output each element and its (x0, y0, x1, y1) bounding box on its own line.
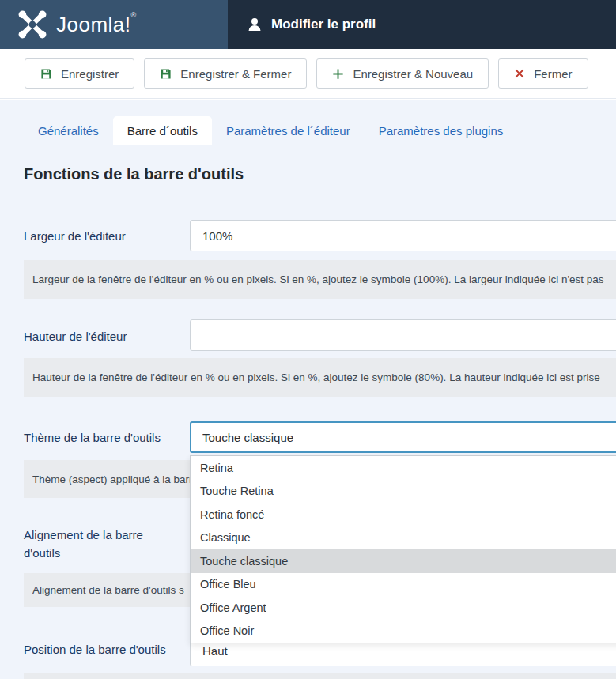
save-close-button[interactable]: Enregistrer & Fermer (144, 58, 307, 89)
dropdown-option-retina[interactable]: Retina (191, 456, 616, 480)
section-heading: Fonctions de la barre d'outils (24, 165, 244, 183)
profile-tabs: Généralités Barre d´outils Paramètres de… (24, 116, 616, 145)
editor-width-input[interactable] (190, 220, 616, 251)
save-new-button-label: Enregistrer & Nouveau (353, 67, 473, 81)
dropdown-option-classique[interactable]: Classique (191, 526, 616, 550)
toolbar-alignment-label: Alignement de la barre d'outils (24, 526, 174, 562)
save-icon (40, 68, 52, 80)
tab-parametres-editeur[interactable]: Paramètres de l´éditeur (212, 116, 365, 145)
dropdown-option-retina-fonce[interactable]: Retina foncé (191, 503, 616, 526)
toolbar-position-help (24, 673, 616, 679)
toolbar-theme-select[interactable]: Touche classique (190, 421, 616, 453)
joomla-wordmark: Joomla!® (56, 13, 137, 37)
close-button-label: Fermer (534, 67, 572, 81)
toolbar-theme-label: Thème de la barre d'outils (24, 431, 161, 444)
save-new-button[interactable]: Enregistrer & Nouveau (316, 58, 489, 89)
dropdown-option-touche-retina[interactable]: Touche Retina (191, 480, 616, 504)
dropdown-option-office-bleu[interactable]: Office Bleu (191, 573, 616, 597)
dropdown-option-touche-classique[interactable]: Touche classique (191, 549, 616, 573)
close-button[interactable]: Fermer (498, 58, 588, 89)
page-title: Modifier le profil (271, 17, 376, 32)
dropdown-option-office-argent[interactable]: Office Argent (191, 596, 616, 620)
action-toolbar: Enregistrer Enregistrer & Fermer Enregis… (0, 49, 616, 99)
toolbar-theme-value: Touche classique (202, 431, 293, 444)
editor-height-label: Hauteur de l'éditeur (24, 330, 127, 343)
joomla-logo-area: Joomla!® (0, 0, 228, 49)
editor-height-help: Hauteur de la fenêtre de l'éditeur en % … (24, 358, 616, 397)
header-title-bar: Modifier le profil (228, 0, 616, 49)
toolbar-position-label: Position de la barre d'outils (24, 643, 166, 656)
toolbar-theme-dropdown: Retina Touche Retina Retina foncé Classi… (190, 455, 616, 643)
tab-barre-outils[interactable]: Barre d´outils (113, 116, 212, 145)
tab-parametres-plugins[interactable]: Paramètres des plugins (365, 116, 518, 145)
tab-generalites[interactable]: Généralités (24, 116, 113, 145)
joomla-logo-icon (16, 8, 49, 41)
save-button-label: Enregistrer (61, 67, 119, 81)
close-icon (514, 68, 525, 79)
toolbar-position-value: Haut (202, 644, 228, 658)
editor-width-help: Largeur de la fenêtre de l'éditeur en % … (24, 260, 616, 299)
dropdown-option-office-noir[interactable]: Office Noir (191, 620, 616, 643)
editor-height-input[interactable] (190, 319, 616, 351)
save-close-button-label: Enregistrer & Fermer (180, 67, 291, 81)
registered-mark: ® (131, 11, 137, 19)
app-header: Joomla!® Modifier le profil (0, 0, 616, 49)
editor-width-label: Largeur de l'éditeur (24, 229, 126, 243)
save-button[interactable]: Enregistrer (25, 58, 134, 89)
user-icon (247, 17, 263, 32)
plus-icon (332, 68, 344, 80)
save-icon (160, 68, 172, 80)
